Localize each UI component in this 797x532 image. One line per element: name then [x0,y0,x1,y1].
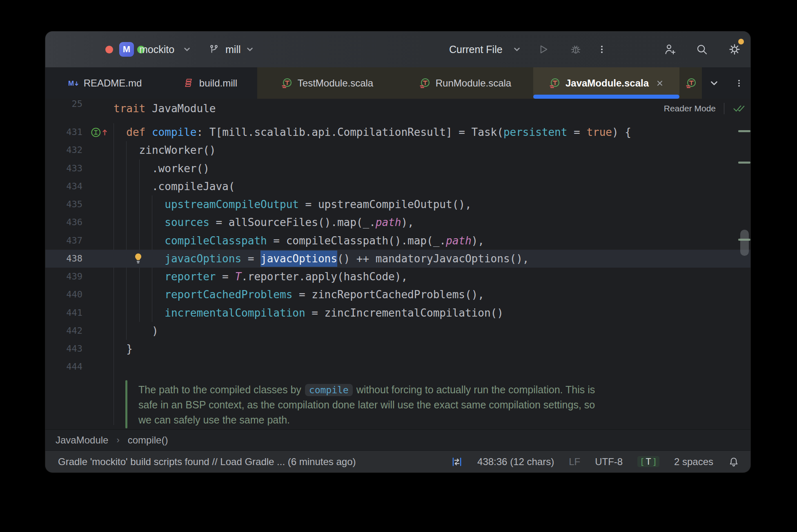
code-segment: zincWorker() [114,144,216,156]
git-branch-icon[interactable] [208,31,220,67]
chevron-down-icon[interactable] [245,31,255,67]
tab-testmodule-scala[interactable]: TestModule.scala [257,67,397,99]
code-line-434[interactable]: 434 .compileJava( [45,177,750,195]
code-line-443[interactable]: 443 } [45,340,750,358]
tab-list-chevron-down-icon[interactable] [709,67,724,99]
scala-trait-icon [549,77,561,89]
line-number: 431 [45,123,82,141]
project-icon: M [119,42,134,57]
breadcrumb-item[interactable]: JavaModule [56,434,108,446]
code-segment: ) [114,325,158,337]
code-segment: .reporter.apply(hashCode), [241,270,407,283]
change-stripe-mark[interactable] [738,239,750,241]
code-line-438[interactable]: 438 javacOptions = javacOptions() ++ man… [45,250,750,268]
divider [724,103,724,114]
chevron-down-icon[interactable] [512,31,522,67]
tab-label: RunModule.scala [436,78,511,89]
code-editor[interactable]: 431 def compile: T[mill.scalalib.api.Com… [45,118,750,429]
code-text: incrementalCompilation = zincIncremental… [114,304,503,322]
run-configuration-selector[interactable]: Current File [449,31,503,67]
code-line-440[interactable]: 440 reportCachedProblems = zincReportCac… [45,286,750,304]
sync-changes-icon[interactable] [451,456,463,468]
close-window-button[interactable] [105,46,113,53]
tab-options-kebab-icon[interactable] [733,67,745,99]
tab-label: README.md [84,78,142,89]
encoding-widget[interactable]: UTF-8 [595,456,623,468]
line-number: 439 [45,268,82,286]
code-text: .worker() [114,160,209,177]
project-selector[interactable]: mockito [139,31,174,67]
selected-text: javacOptions [260,250,337,267]
mill-file-icon [183,78,195,89]
code-line-436[interactable]: 436 sources = allSourceFiles().map(_.pat… [45,213,750,231]
code-segment: = upstreamCompileOutput(), [299,198,472,211]
code-line-432[interactable]: 432 zincWorker() [45,141,750,159]
code-segment: = [216,270,235,283]
change-stripe-mark[interactable] [738,130,750,132]
code-segment: JavaModule [145,102,216,115]
code-line-431[interactable]: 431 def compile: T[mill.scalalib.api.Com… [45,123,750,141]
more-options-kebab-icon[interactable] [596,31,608,67]
notifications-bell-icon[interactable] [728,456,739,468]
override-up-icon[interactable] [90,126,109,139]
tab-runmodule-scala[interactable]: RunModule.scala [397,67,533,99]
code-segment: .compileJava( [114,180,235,193]
code-segment: true [586,126,612,138]
code-line-442[interactable]: 442 ) [45,322,750,340]
code-with-me-add-user-button[interactable] [661,31,679,67]
sticky-lines-header[interactable]: 25 trait JavaModule Reader Mode [45,99,750,119]
tab-label: build.mill [199,78,237,89]
code-segment [114,288,165,301]
branch-selector[interactable]: mill [225,31,241,67]
code-segment: ) { [612,126,631,138]
code-line-437[interactable]: 437 compileClasspath = compileClasspath(… [45,232,750,250]
tab-indicator-widget[interactable]: [T] [637,456,659,467]
doc-comment-text: The path to the compiled classes by comp… [138,382,681,428]
indent-widget[interactable]: 2 spaces [674,456,713,468]
doc-comment-line: we can safely use the same path. [138,412,681,428]
chevron-down-icon[interactable] [182,31,192,67]
tab-build-mill[interactable]: build.mill [163,67,257,99]
status-bar: Gradle 'mockito' build scripts found // … [45,450,750,472]
reader-mode-widget: Reader Mode [664,99,750,118]
scrollbar-thumb[interactable] [740,230,749,256]
line-number: 441 [45,304,82,322]
tab-javamodule-scala-active[interactable]: JavaModule.scala [533,67,679,99]
tab-label: JavaModule.scala [565,78,649,89]
code-line-433[interactable]: 433 .worker() [45,160,750,177]
code-segment: sources [165,216,209,228]
line-number: 434 [45,177,82,195]
tab-label: TestModule.scala [298,78,373,89]
bracket: ] [652,457,657,467]
code-segment: trait [114,102,145,115]
line-number: 438 [45,250,82,268]
code-line-444[interactable]: 444 [45,358,750,376]
run-button[interactable] [535,31,551,67]
code-segment: compile [152,126,197,138]
inspections-ok-double-check-icon[interactable] [732,102,745,115]
caret-position-widget[interactable]: 438:36 (12 chars) [477,456,554,468]
status-message[interactable]: Gradle 'mockito' build scripts found // … [58,456,356,468]
line-separator-widget[interactable]: LF [569,456,580,468]
close-tab-icon[interactable] [656,79,664,87]
tab-clipped[interactable] [679,67,702,99]
code-segment: () ++ mandatoryJavacOptions(), [337,253,529,265]
code-line-435[interactable]: 435 upstreamCompileOutput = upstreamComp… [45,195,750,213]
breadcrumb-item[interactable]: compile() [128,434,168,446]
code-segment: = [567,126,586,138]
code-segment: javacOptions [165,253,241,265]
code-line-441[interactable]: 441 incrementalCompilation = zincIncreme… [45,304,750,322]
tab-readme-md[interactable]: M README.md [45,67,163,99]
code-segment: path [446,235,472,247]
code-segment: T [235,270,241,283]
debug-button[interactable] [568,31,583,67]
doc-comment-line: The path to the compiled classes by comp… [138,382,681,397]
search-everywhere-button[interactable] [693,31,711,67]
doc-comment-bar [125,380,127,428]
code-segment [114,216,165,228]
code-segment: def [126,126,145,138]
settings-gear-button[interactable] [725,31,744,67]
code-segment: reporter [165,270,216,283]
code-line-439[interactable]: 439 reporter = T.reporter.apply(hashCode… [45,268,750,286]
change-stripe-mark[interactable] [738,162,750,164]
